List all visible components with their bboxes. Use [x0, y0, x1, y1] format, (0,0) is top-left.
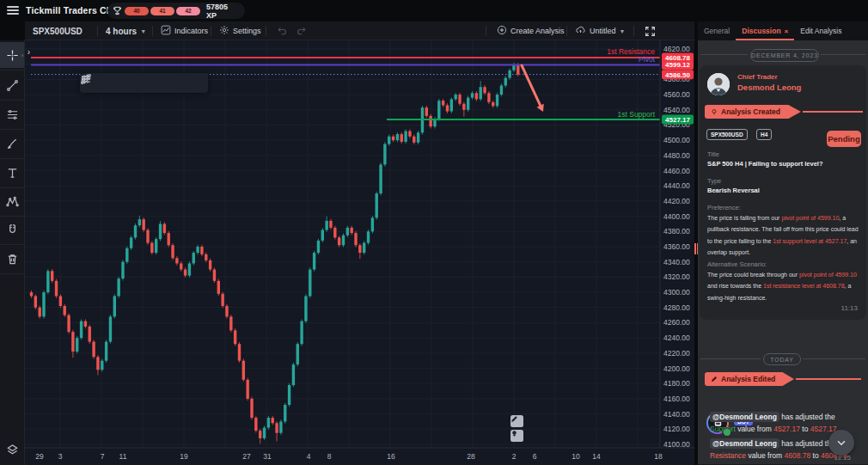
- discussion-content: DECEMBER 4, 2023 Chief Trader Desmond Le…: [698, 40, 868, 465]
- symbol-button[interactable]: SPX500USD: [33, 21, 83, 40]
- svg-text:4460.00: 4460.00: [663, 167, 690, 175]
- svg-text:7: 7: [101, 452, 105, 461]
- svg-text:4420.00: 4420.00: [663, 197, 690, 205]
- svg-text:4: 4: [307, 452, 311, 461]
- svg-text:4260.00: 4260.00: [663, 318, 690, 327]
- svg-text:4599.12: 4599.12: [665, 61, 690, 69]
- type-label: Type: [707, 177, 721, 185]
- object-tree-tool[interactable]: [0, 437, 24, 462]
- magnet-tool[interactable]: [0, 217, 24, 242]
- app-root: Tickmill Traders Club 404142 57805 XP SP…: [0, 0, 868, 465]
- cloud-upload-icon: [575, 25, 586, 37]
- svg-text:19: 19: [180, 452, 188, 461]
- symbol-chip: SPX500USD: [706, 129, 748, 140]
- svg-text:4240.00: 4240.00: [663, 333, 690, 342]
- svg-text:14: 14: [592, 452, 601, 461]
- xp-level-pill[interactable]: 404142 57805 XP: [107, 3, 245, 19]
- text-tool[interactable]: [0, 160, 24, 186]
- bot-message-line: @Desmond Leong has adjusted the: [710, 413, 861, 421]
- ray-tool[interactable]: [131, 74, 150, 92]
- svg-text:4400.00: 4400.00: [663, 212, 690, 221]
- svg-text:4120.00: 4120.00: [663, 425, 690, 433]
- tab-edit-analysis[interactable]: Edit Analysis: [794, 21, 847, 40]
- chevron-right-icon: ›: [21, 52, 23, 58]
- analysis-edited-banner: Analysis Edited: [705, 372, 794, 386]
- panel-tabs: GeneralDiscussion×Edit Analysis: [698, 21, 868, 40]
- svg-text:8: 8: [327, 452, 332, 461]
- settings-button[interactable]: Settings: [219, 21, 261, 40]
- svg-text:29: 29: [35, 452, 44, 461]
- svg-text:4180.00: 4180.00: [663, 379, 690, 388]
- svg-text:4480.00: 4480.00: [663, 151, 690, 160]
- tab-general[interactable]: General: [698, 21, 736, 40]
- lightbulb-icon: [711, 108, 718, 116]
- analysis-card: Chief Trader Desmond Leong Analysis Crea…: [700, 65, 866, 320]
- level-segments: 404142: [125, 7, 200, 15]
- status-badge[interactable]: Pending: [827, 131, 861, 147]
- svg-text:4320.00: 4320.00: [663, 272, 690, 281]
- plus-circle-icon: [497, 25, 507, 37]
- hamburger-menu-icon[interactable]: [7, 6, 19, 15]
- svg-text:4540.00: 4540.00: [663, 106, 690, 114]
- type-value: Bearish Reversal: [707, 187, 760, 194]
- trash-tool[interactable]: [0, 246, 24, 272]
- svg-text:31: 31: [263, 452, 272, 461]
- date-divider: DECEMBER 4, 2023: [750, 49, 819, 62]
- svg-text:4440.00: 4440.00: [663, 181, 690, 190]
- create-analysis-button[interactable]: Create Analysis: [497, 21, 565, 40]
- pencil-icon: [711, 376, 718, 382]
- svg-text:4527.17: 4527.17: [665, 116, 690, 124]
- svg-text:4140.00: 4140.00: [663, 410, 690, 419]
- scroll-to-bottom-button[interactable]: [828, 430, 854, 456]
- svg-text:4300.00: 4300.00: [663, 288, 690, 297]
- close-icon[interactable]: ×: [785, 28, 789, 35]
- timeframe-chip: H4: [756, 129, 772, 140]
- interval-button[interactable]: 4 hours▼: [106, 21, 146, 40]
- fib-lines-tool[interactable]: [168, 74, 187, 92]
- polyline-tool[interactable]: [187, 74, 206, 92]
- trophy-icon: [113, 3, 122, 19]
- svg-text:4100.00: 4100.00: [663, 440, 690, 449]
- avatar[interactable]: [707, 73, 730, 95]
- today-divider: TODAY: [763, 353, 801, 365]
- trend-line-tool[interactable]: [0, 72, 24, 98]
- preference-text: The price is falling from our pivot poin…: [707, 212, 860, 259]
- price-chart[interactable]: 1st ResistancePivot1st Support4620.00458…: [25, 40, 694, 465]
- gear-icon: [219, 25, 229, 37]
- floating-drawing-toolbar[interactable]: [80, 73, 208, 93]
- fib-retracement-tool[interactable]: [0, 101, 24, 127]
- svg-text:4586.50: 4586.50: [665, 71, 690, 79]
- redo-icon: [296, 26, 308, 36]
- app-title: Tickmill Traders Club: [26, 5, 120, 15]
- svg-text:18: 18: [654, 452, 663, 461]
- author-role: Chief Trader: [737, 73, 778, 81]
- svg-text:1st Support: 1st Support: [618, 110, 656, 119]
- parallel-channel-tool[interactable]: [150, 74, 168, 92]
- svg-text:4220.00: 4220.00: [663, 349, 690, 358]
- undo-button[interactable]: [276, 21, 287, 40]
- top-app-bar: Tickmill Traders Club 404142 57805 XP: [0, 0, 868, 21]
- brush-tool[interactable]: [0, 131, 24, 156]
- chevron-right-icon[interactable]: ›: [25, 46, 33, 59]
- indicators-button[interactable]: Indicators: [161, 21, 208, 40]
- candlestick-chart-canvas[interactable]: 1st ResistancePivot1st Support4620.00458…: [25, 40, 694, 465]
- analysis-created-banner: Analysis Created: [705, 105, 801, 119]
- svg-text:4380.00: 4380.00: [663, 227, 690, 236]
- fullscreen-button[interactable]: [645, 21, 656, 40]
- analysis-marker-lightbulb-icon[interactable]: [510, 430, 523, 442]
- tab-discussion[interactable]: Discussion×: [736, 21, 794, 40]
- svg-text:16: 16: [387, 452, 395, 461]
- trend-line-tool[interactable]: [112, 74, 131, 92]
- xabcd-pattern-tool[interactable]: [0, 188, 24, 214]
- chevron-down-icon: [835, 437, 847, 449]
- cloud-layout-button[interactable]: Untitled▼: [575, 21, 625, 40]
- undo-icon: [276, 26, 287, 36]
- svg-text:4160.00: 4160.00: [663, 395, 690, 403]
- redo-button[interactable]: [296, 21, 308, 40]
- svg-text:3: 3: [58, 452, 63, 461]
- message-time: 11:13: [841, 304, 858, 312]
- edited-marker-pencil-icon[interactable]: [510, 415, 523, 427]
- crosshair-tool[interactable]: ›: [0, 42, 24, 68]
- author-name[interactable]: Desmond Leong: [737, 83, 801, 92]
- horizontal-line-tool[interactable]: [93, 74, 112, 92]
